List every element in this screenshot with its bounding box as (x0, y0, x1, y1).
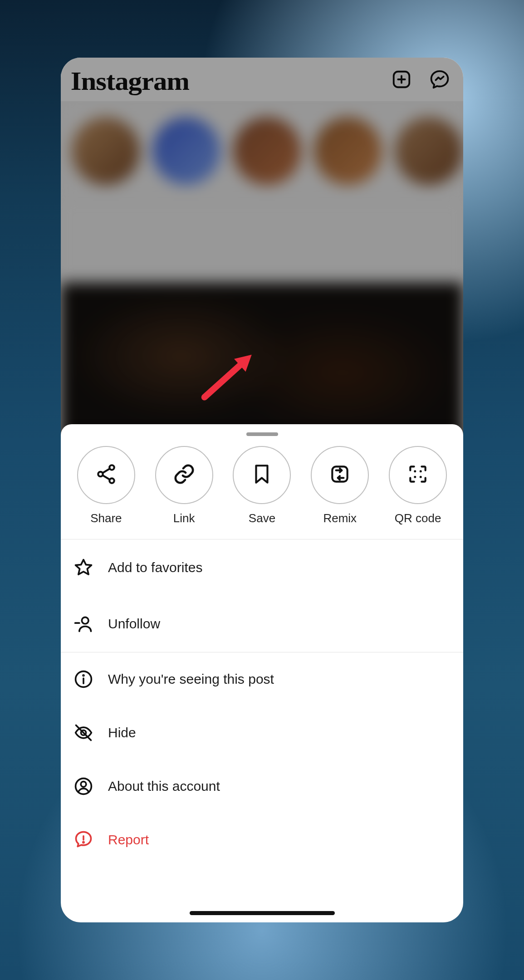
why-seeing-item[interactable]: Why you're seeing this post (61, 652, 463, 706)
svg-line-7 (103, 475, 110, 480)
share-label: Share (90, 511, 122, 525)
about-account-item[interactable]: About this account (61, 760, 463, 813)
report-item[interactable]: Report (61, 813, 463, 867)
story-avatar (152, 117, 220, 185)
app-topbar: Instagram (61, 58, 463, 101)
svg-line-6 (103, 469, 110, 473)
remix-button[interactable]: Remix (306, 446, 374, 525)
hide-icon (73, 723, 93, 743)
link-label: Link (173, 511, 195, 525)
new-post-icon (391, 69, 412, 90)
svg-point-11 (414, 476, 416, 478)
share-icon (95, 463, 118, 487)
hide-item[interactable]: Hide (61, 706, 463, 760)
svg-point-12 (420, 476, 422, 478)
post-image (61, 283, 463, 446)
info-icon (73, 669, 93, 689)
svg-point-13 (82, 617, 88, 624)
about-account-label: About this account (108, 779, 220, 794)
post-actions-sheet: Share Link (61, 424, 463, 922)
remix-icon (328, 463, 351, 487)
messenger-icon (429, 69, 451, 90)
share-button[interactable]: Share (72, 446, 140, 525)
qr-code-button[interactable]: QR code (384, 446, 452, 525)
post-header-area (61, 201, 463, 283)
why-seeing-label: Why you're seeing this post (108, 671, 274, 687)
sheet-menu-group: Why you're seeing this post Hide (61, 652, 463, 867)
save-label: Save (249, 511, 275, 525)
home-indicator (190, 911, 335, 915)
save-button[interactable]: Save (228, 446, 296, 525)
sheet-menu-group: Add to favorites Unfollow (61, 539, 463, 652)
app-logo: Instagram (71, 68, 189, 94)
add-to-favorites-label: Add to favorites (108, 560, 202, 575)
svg-point-23 (83, 842, 84, 843)
sheet-action-row: Share Link (61, 446, 463, 539)
remix-label: Remix (323, 511, 357, 525)
link-icon (173, 463, 196, 487)
unfollow-item[interactable]: Unfollow (61, 596, 463, 652)
story-avatar (314, 117, 382, 185)
unfollow-label: Unfollow (108, 616, 160, 632)
phone-frame: Instagram (61, 58, 463, 922)
svg-point-17 (83, 675, 84, 676)
svg-point-21 (81, 782, 86, 787)
add-to-favorites-item[interactable]: Add to favorites (61, 539, 463, 596)
report-label: Report (108, 832, 149, 848)
qr-code-icon (406, 463, 429, 487)
link-button[interactable]: Link (150, 446, 218, 525)
story-avatar (72, 117, 140, 185)
qr-code-label: QR code (395, 511, 441, 525)
unfollow-icon (73, 614, 93, 634)
desktop-background: Instagram (0, 0, 524, 980)
report-icon (73, 830, 93, 850)
sheet-grabber[interactable] (246, 432, 278, 436)
star-icon (73, 558, 93, 578)
account-icon (73, 776, 93, 796)
hide-label: Hide (108, 725, 136, 740)
bookmark-icon (250, 463, 273, 487)
svg-point-9 (414, 470, 416, 472)
story-avatar (395, 117, 463, 185)
stories-row (61, 101, 463, 201)
story-avatar (233, 117, 301, 185)
svg-point-10 (420, 470, 422, 472)
